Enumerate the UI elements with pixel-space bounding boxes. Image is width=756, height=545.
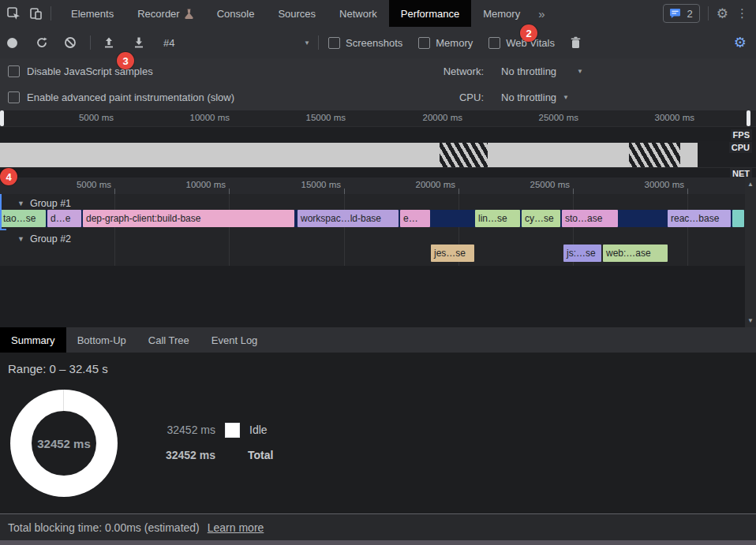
group-label: Group #2 [30,233,71,245]
history-selected-label: #4 [163,37,174,49]
performance-toolbar: #4 ▼ ScreenshotsMemoryWeb Vitals ⚙ [0,27,756,59]
ruler-tickmark [458,189,459,194]
history-dropdown[interactable]: #4 ▼ [163,37,310,49]
tab-bottom-up[interactable]: Bottom-Up [66,327,137,353]
inspect-element-icon[interactable] [6,6,21,21]
capture-settings-gear-icon[interactable]: ⚙ [734,35,747,50]
footer-bar: Total blocking time: 0.00ms (estimated) … [0,513,756,540]
flame-bar[interactable]: reac…base [668,210,731,227]
triangle-down-icon: ▼ [17,200,24,207]
issues-button[interactable]: 2 [663,4,700,23]
record-button[interactable] [7,38,17,48]
flame-bar[interactable]: js:…se [563,245,601,262]
cpu-idle-hatch [629,143,680,167]
advanced-paint-label: Enable advanced paint instrumentation (s… [27,91,234,103]
ruler-tick-label: 25000 ms [513,180,570,189]
tab-network[interactable]: Network [327,0,389,27]
flame-bar[interactable]: lin…se [475,210,520,227]
advanced-paint-checkbox[interactable] [8,91,20,103]
network-throttling-value[interactable]: No throttling [501,65,556,77]
selection-bracket [0,194,2,230]
timeline-overview[interactable]: 5000 ms10000 ms15000 ms20000 ms25000 ms3… [0,110,756,177]
clear-recording-icon[interactable] [63,35,77,50]
checkbox-memory[interactable]: Memory [418,37,473,49]
flame-bar[interactable] [732,210,744,227]
summary-panel: Range: 0 – 32.45 s 32452 ms 32452 msIdle… [0,353,756,513]
chevron-down-icon: ▼ [577,68,583,75]
save-profile-icon[interactable] [132,35,146,50]
issues-count: 2 [687,8,693,20]
tab-label: Recorder [137,8,179,20]
flame-group-header[interactable]: ▼Group #2 [17,232,71,246]
tab-summary[interactable]: Summary [0,327,66,353]
tab-call-tree[interactable]: Call Tree [137,327,200,353]
cpu-throttling-value[interactable]: No throttling [501,91,556,103]
legend-row: 32452 msTotal [144,448,273,462]
more-tabs-button[interactable]: » [532,0,551,27]
chevron-down-icon: ▼ [304,39,310,47]
flame-bar[interactable]: e… [400,210,430,227]
checkbox-box[interactable] [418,37,430,49]
summary-donut-chart: 32452 ms [10,390,118,497]
donut-hole: 32452 ms [32,411,96,476]
tab-memory[interactable]: Memory [471,0,532,27]
device-toolbar-icon[interactable] [28,6,43,21]
panel-tabs: ElementsRecorderConsoleSourcesNetworkPer… [59,0,532,27]
reload-and-record-icon[interactable] [35,35,49,50]
garbage-collect-icon[interactable] [569,35,583,50]
overview-right-handle[interactable] [747,110,750,126]
load-profile-icon[interactable] [102,35,116,50]
tabbar-right-controls: 2 ⚙ ⋮ [663,0,756,27]
overview-left-handle[interactable] [0,110,4,126]
flame-chart[interactable]: 5000 ms10000 ms15000 ms20000 ms25000 ms3… [0,177,756,327]
flame-bar[interactable]: web:…ase [603,245,668,262]
network-throttling-row: Network: No throttling ▼ [436,58,583,84]
tab-label: Sources [278,8,316,20]
ruler-tickmark [114,189,115,194]
checkbox-box[interactable] [488,37,500,49]
selection-bracket [0,229,6,230]
tab-sources[interactable]: Sources [266,0,327,27]
disable-js-samples-label: Disable JavaScript samples [27,65,153,77]
tab-event-log[interactable]: Event Log [200,327,269,353]
flame-bar[interactable]: cy…se [522,210,560,227]
window-bottom-edge [0,540,756,545]
tab-elements[interactable]: Elements [59,0,125,27]
flame-bar[interactable]: jes…se [431,245,474,262]
ruler-tick-label: 20000 ms [406,113,462,122]
issues-chat-icon [668,6,683,21]
tab-performance[interactable]: Performance [389,0,471,27]
overview-fps-lane: FPS [0,126,756,142]
flame-bar[interactable]: tao…se [0,210,46,227]
flame-bar[interactable]: sto…ase [562,210,618,227]
cpu-idle-hatch [440,143,488,167]
scroll-up-icon[interactable]: ▲ [745,181,756,188]
tab-recorder[interactable]: Recorder [125,0,204,27]
ruler-tick-label: 5000 ms [54,180,111,189]
checkbox-screenshots[interactable]: Screenshots [328,37,402,49]
flame-bar[interactable]: d…e [47,210,81,227]
checkbox-label: Memory [436,37,473,49]
cpu-activity-area [0,143,698,167]
divider [51,6,51,21]
tabbar-left-icons [0,0,59,27]
disable-js-samples-checkbox[interactable] [8,65,20,77]
ruler-tick-label: 20000 ms [399,180,455,189]
settings-gear-icon[interactable]: ⚙ [717,7,728,21]
tab-label: Performance [401,8,459,20]
kebab-menu-icon[interactable]: ⋮ [736,6,748,21]
legend-label: Total [248,449,273,461]
scroll-down-icon[interactable]: ▼ [745,317,756,324]
tab-console[interactable]: Console [205,0,267,27]
flame-bar[interactable]: dep-graph-client:build-base [83,210,294,227]
checkbox-box[interactable] [328,37,340,49]
devtools-window: ElementsRecorderConsoleSourcesNetworkPer… [0,0,756,545]
flame-bar[interactable]: workspac…ld-base [298,210,399,227]
annotation-badge-3: 3 [117,52,134,69]
learn-more-link[interactable]: Learn more [208,521,264,534]
range-text: Range: 0 – 32.45 s [8,362,108,375]
flame-group-header[interactable]: ▼Group #1 [17,196,71,211]
ruler-tick-label: 30000 ms [627,180,684,189]
flame-scrollbar[interactable]: ▲ ▼ [745,177,756,327]
fps-lane-label: FPS [731,129,752,140]
